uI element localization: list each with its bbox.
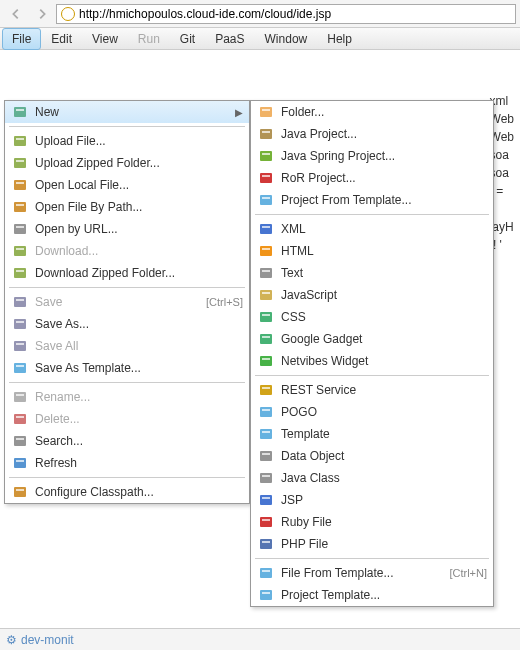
new-item-html[interactable]: HTML — [251, 240, 493, 262]
menu-file[interactable]: File — [2, 28, 41, 50]
menu-item-label: JSP — [281, 493, 303, 507]
shortcut: [Ctrl+N] — [449, 567, 487, 579]
xml-icon — [257, 221, 275, 237]
new-item-folder[interactable]: Folder... — [251, 101, 493, 123]
svg-rect-47 — [262, 248, 270, 250]
url-input[interactable] — [79, 7, 511, 21]
menu-edit[interactable]: Edit — [41, 28, 82, 50]
file-item-rename: Rename... — [5, 386, 249, 408]
jclass-icon — [257, 470, 275, 486]
file-item-configure-classpath[interactable]: Configure Classpath... — [5, 481, 249, 503]
open-icon — [11, 199, 29, 215]
new-item-data-object[interactable]: Data Object — [251, 445, 493, 467]
forward-button[interactable] — [30, 2, 54, 26]
file-item-save-as[interactable]: Save As... — [5, 313, 249, 335]
svg-rect-58 — [260, 385, 272, 395]
menu-run[interactable]: Run — [128, 28, 170, 50]
file-item-search[interactable]: Search... — [5, 430, 249, 452]
new-submenu: Folder...Java Project...Java Spring Proj… — [250, 100, 494, 607]
del-icon — [11, 411, 29, 427]
svg-rect-19 — [16, 321, 24, 323]
file-item-upload-zipped-folder[interactable]: Upload Zipped Folder... — [5, 152, 249, 174]
file-item-delete: Delete... — [5, 408, 249, 430]
globe-icon — [61, 7, 75, 21]
down-icon — [11, 265, 29, 281]
svg-rect-62 — [260, 429, 272, 439]
new-item-php-file[interactable]: PHP File — [251, 533, 493, 555]
svg-rect-54 — [260, 334, 272, 344]
up-icon — [11, 155, 29, 171]
file-item-open-by-url[interactable]: Open by URL... — [5, 218, 249, 240]
file-menu: New▶Upload File...Upload Zipped Folder..… — [4, 100, 250, 504]
menu-item-label: POGO — [281, 405, 317, 419]
new-item-project-template[interactable]: Project Template... — [251, 584, 493, 606]
separator — [255, 558, 489, 559]
file-item-refresh[interactable]: Refresh — [5, 452, 249, 474]
menu-view[interactable]: View — [82, 28, 128, 50]
ide-content: .xml.Web.Web.soa.soae ={sayHo! ' New▶Upl… — [0, 50, 520, 650]
svg-rect-74 — [260, 568, 272, 578]
new-item-file-from-template[interactable]: File From Template...[Ctrl+N] — [251, 562, 493, 584]
new-item-ror-project[interactable]: RoR Project... — [251, 167, 493, 189]
new-item-jsp[interactable]: JSP — [251, 489, 493, 511]
tmpl-icon — [257, 565, 275, 581]
new-item-java-project[interactable]: Java Project... — [251, 123, 493, 145]
new-item-java-spring-project[interactable]: Java Spring Project... — [251, 145, 493, 167]
js-icon — [257, 287, 275, 303]
menu-paas[interactable]: PaaS — [205, 28, 254, 50]
jsp-icon — [257, 492, 275, 508]
svg-rect-76 — [260, 590, 272, 600]
new-item-javascript[interactable]: JavaScript — [251, 284, 493, 306]
svg-rect-13 — [16, 248, 24, 250]
new-item-text[interactable]: Text — [251, 262, 493, 284]
file-item-save-as-template[interactable]: Save As Template... — [5, 357, 249, 379]
svg-rect-38 — [260, 151, 272, 161]
file-item-download-zipped-folder[interactable]: Download Zipped Folder... — [5, 262, 249, 284]
menu-item-label: Download Zipped Folder... — [35, 266, 175, 280]
file-item-save: Save[Ctrl+S] — [5, 291, 249, 313]
menu-item-label: Open File By Path... — [35, 200, 142, 214]
svg-rect-52 — [260, 312, 272, 322]
svg-rect-11 — [16, 226, 24, 228]
browser-toolbar — [0, 0, 520, 28]
url-bar[interactable] — [56, 4, 516, 24]
new-item-project-from-template[interactable]: Project From Template... — [251, 189, 493, 211]
txt-icon — [257, 265, 275, 281]
new-item-xml[interactable]: XML — [251, 218, 493, 240]
svg-rect-44 — [260, 224, 272, 234]
back-button[interactable] — [4, 2, 28, 26]
separator — [9, 287, 245, 288]
menu-item-label: XML — [281, 222, 306, 236]
menu-item-label: Delete... — [35, 412, 80, 426]
new-item-netvibes-widget[interactable]: Netvibes Widget — [251, 350, 493, 372]
file-item-open-local-file[interactable]: Open Local File... — [5, 174, 249, 196]
menu-item-label: Download... — [35, 244, 98, 258]
new-item-template[interactable]: Template — [251, 423, 493, 445]
new-item-ruby-file[interactable]: Ruby File — [251, 511, 493, 533]
file-item-upload-file[interactable]: Upload File... — [5, 130, 249, 152]
new-item-css[interactable]: CSS — [251, 306, 493, 328]
nv-icon — [257, 353, 275, 369]
css-icon — [257, 309, 275, 325]
html-icon — [257, 243, 275, 259]
file-item-open-file-by-path[interactable]: Open File By Path... — [5, 196, 249, 218]
file-item-new[interactable]: New▶ — [5, 101, 249, 123]
menu-window[interactable]: Window — [255, 28, 318, 50]
menu-git[interactable]: Git — [170, 28, 205, 50]
svg-rect-42 — [260, 195, 272, 205]
svg-rect-25 — [16, 394, 24, 396]
new-item-pogo[interactable]: POGO — [251, 401, 493, 423]
svg-rect-18 — [14, 319, 26, 329]
data-icon — [257, 448, 275, 464]
svg-rect-21 — [16, 343, 24, 345]
svg-rect-27 — [16, 416, 24, 418]
svg-rect-31 — [16, 460, 24, 462]
menu-item-label: Java Project... — [281, 127, 357, 141]
new-item-rest-service[interactable]: REST Service — [251, 379, 493, 401]
svg-rect-0 — [14, 107, 26, 117]
menu-help[interactable]: Help — [317, 28, 362, 50]
new-item-java-class[interactable]: Java Class — [251, 467, 493, 489]
new-item-google-gadget[interactable]: Google Gadget — [251, 328, 493, 350]
menu-item-label: Java Class — [281, 471, 340, 485]
svg-rect-32 — [14, 487, 26, 497]
